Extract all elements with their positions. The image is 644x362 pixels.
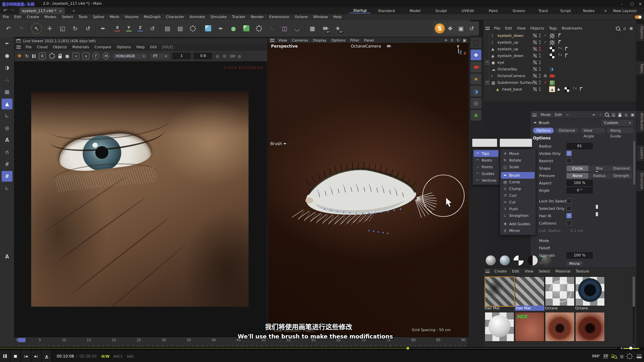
menu-select[interactable]: Select xyxy=(59,15,76,19)
viewport-orbit-icon[interactable]: ↻ xyxy=(457,38,460,43)
gamma-field[interactable]: 0.6 xyxy=(194,53,212,59)
hamburger-icon[interactable] xyxy=(16,46,21,49)
flag-tag[interactable] xyxy=(558,40,559,44)
menu-spline[interactable]: Spline xyxy=(90,15,107,19)
menu-tools[interactable]: Tools xyxy=(76,15,90,19)
panel-icon[interactable]: ▣ xyxy=(630,26,633,31)
om-menu-edit[interactable]: Edit xyxy=(502,26,514,31)
mograph-cloner-button[interactable]: ∴ xyxy=(265,22,278,35)
octane-fan-button[interactable]: ❖ xyxy=(471,50,481,60)
visibility-toggle[interactable] xyxy=(533,74,537,78)
vp-menu-view[interactable]: View xyxy=(276,38,289,43)
target-tag[interactable]: ◎ xyxy=(544,73,547,78)
menu-simulate[interactable]: Simulate xyxy=(208,15,229,19)
add-document-tab-button[interactable]: + xyxy=(71,8,76,13)
object-row[interactable]: ☁ OctaneSky ◑ xyxy=(483,66,636,73)
undo-button[interactable]: ↶ xyxy=(2,22,15,35)
material-thumbnail-octane-4[interactable] xyxy=(545,277,575,306)
menu-animate[interactable]: Animate xyxy=(187,15,208,19)
visibility-toggle[interactable] xyxy=(533,87,537,91)
guide-point[interactable] xyxy=(343,212,344,213)
attr-menu-chevron[interactable]: > xyxy=(564,113,571,117)
live-selection-tool[interactable]: ↖ xyxy=(31,23,42,34)
document-tab[interactable]: eyelash_117.c4d * × xyxy=(19,7,65,14)
last-tool[interactable]: ↺ xyxy=(82,22,94,35)
guide-point[interactable] xyxy=(387,210,388,212)
pause-button[interactable] xyxy=(0,350,10,362)
object-name[interactable]: eyelash_up xyxy=(497,47,518,51)
octane-render-icon[interactable]: ❖ xyxy=(17,53,21,59)
symmetry-button[interactable]: ◫ xyxy=(278,22,291,35)
octane-record-button[interactable]: ◎ xyxy=(471,98,481,109)
side-tab-objects[interactable]: Objects xyxy=(636,23,644,42)
dim-square-icon[interactable]: ■ xyxy=(223,54,226,58)
guide-point[interactable] xyxy=(378,231,379,233)
live-viewer-titlebar[interactable]: Live Viewer 2022.1.1-[R3] (426 days left… xyxy=(14,38,267,44)
render-picture-viewer-button[interactable]: ▤ xyxy=(174,22,186,35)
layout-tab-groom[interactable]: Groom xyxy=(505,9,532,13)
angle-field[interactable]: 0 ° xyxy=(567,187,593,193)
flag-tag[interactable] xyxy=(565,54,566,57)
layout-tab-standard[interactable]: Standard xyxy=(371,9,402,13)
menu-file[interactable]: File xyxy=(0,15,11,19)
hamburger-icon[interactable] xyxy=(485,27,490,30)
stop-button[interactable]: ■ xyxy=(10,350,21,362)
object-name[interactable]: eye xyxy=(497,60,504,65)
vp-menu-options[interactable]: Options xyxy=(329,38,348,43)
new-layouts-button[interactable]: New Layouts xyxy=(610,9,640,13)
materials-scrollbar-track[interactable] xyxy=(633,277,635,344)
focus-picker-button[interactable]: F xyxy=(93,53,99,59)
hair-cut-button[interactable]: ✂Cut xyxy=(501,199,535,205)
material-picker-button[interactable]: M xyxy=(103,53,109,59)
guide-point[interactable] xyxy=(324,208,325,210)
enable-axis-button[interactable]: ∟ xyxy=(2,111,12,121)
lv-menu-cloud[interactable]: Cloud xyxy=(34,45,50,49)
radius-field[interactable]: 61 xyxy=(567,143,593,149)
object-name[interactable]: head_base xyxy=(502,87,522,92)
expand-icon[interactable]: + xyxy=(485,61,489,64)
selection-palette-handle[interactable] xyxy=(472,139,497,147)
select-points-button[interactable]: ∴Points xyxy=(474,164,498,170)
om-menu-bookmarks[interactable]: Bookmarks xyxy=(559,26,585,31)
object-name[interactable]: OctaneSky xyxy=(497,67,517,71)
visibility-toggle[interactable] xyxy=(533,67,537,71)
hair-curl-button[interactable]: ↺Curl xyxy=(501,192,535,199)
object-name[interactable]: OctaneCamera xyxy=(497,74,525,78)
guide-point[interactable] xyxy=(368,213,370,214)
hair-clump-button[interactable]: ∩Clump xyxy=(501,185,535,192)
collisions-checkbox[interactable]: ✓ xyxy=(567,221,572,226)
object-row[interactable]: ▲ eyelash_down ↑↓ xyxy=(483,53,636,59)
volume-builder-button[interactable] xyxy=(240,22,253,35)
material-name[interactable]: Octane Material.3 xyxy=(575,306,605,311)
material-name[interactable]: Hair Mat xyxy=(485,306,514,311)
undo-icon[interactable]: ↶ xyxy=(3,8,7,13)
target-icon[interactable]: ◎ xyxy=(625,113,628,117)
preview-image-tag[interactable] xyxy=(550,80,555,85)
material-name-highlighted[interactable]: Hair Mat xyxy=(515,306,544,311)
shape-box[interactable]: Box xyxy=(588,166,610,171)
selected-only-checkbox[interactable]: ✓ xyxy=(567,206,572,211)
lv-menu-objects[interactable]: Objects xyxy=(50,45,70,49)
object-row[interactable]: ☾ eyelash_down ✓ xyxy=(483,33,636,39)
menu-volume[interactable]: Volume xyxy=(122,15,141,19)
lv-menu-file[interactable]: File xyxy=(23,45,34,49)
object-row[interactable]: ▲ head_base ▲ ▲ ↑↓ xyxy=(483,86,636,93)
visibility-toggle[interactable] xyxy=(533,34,537,38)
guide-point[interactable] xyxy=(387,233,388,234)
vp-menu-display[interactable]: Display xyxy=(311,38,329,43)
phong-tag[interactable]: ↑↓ xyxy=(558,47,562,50)
render-settings-gear-icon[interactable] xyxy=(49,53,55,59)
mat-menu-texture[interactable]: Texture xyxy=(573,269,592,274)
restrict-checkbox[interactable]: ✓ xyxy=(567,158,572,163)
grid-view-button[interactable]: ▦ xyxy=(620,354,624,359)
visibility-toggle[interactable] xyxy=(533,80,537,84)
lv-menu-gui[interactable]: GUI xyxy=(147,45,159,49)
octane-gear-button[interactable] xyxy=(471,38,481,48)
texture-tag[interactable] xyxy=(550,34,554,38)
menu-tracker[interactable]: Tracker xyxy=(229,15,248,19)
scale-tool[interactable]: ◱ xyxy=(56,22,69,35)
menu-edit[interactable]: Edit xyxy=(11,15,24,19)
guide-point[interactable] xyxy=(382,232,384,233)
generator-button[interactable]: ● xyxy=(227,22,240,35)
add-guides-button[interactable]: ✚Add Guides xyxy=(501,221,535,227)
